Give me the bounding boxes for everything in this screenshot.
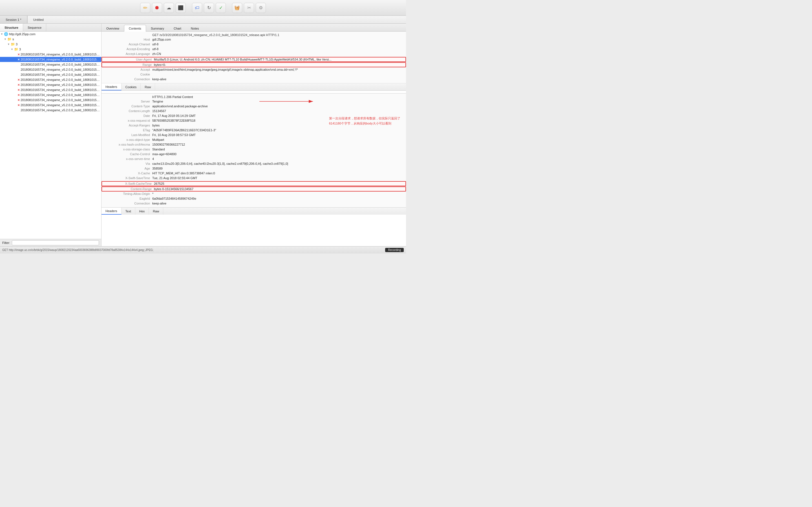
via-val: cache13.l2nu20-3[0,206-0,H], cache40.l2n…: [152, 162, 406, 165]
tools-button[interactable]: ✂: [244, 3, 254, 13]
tree-view[interactable]: ▼ 🌐 http://gdl.25pp.com ▼ 📁 s ▼ 📁 3 ▼ 📁 …: [0, 32, 101, 239]
list-item[interactable]: ✕ 20180810165734_ninegame_v5.2.0.0_build…: [0, 77, 101, 82]
tab-summary[interactable]: Summary: [146, 25, 169, 32]
sub-tab-headers-resp[interactable]: Headers: [101, 208, 121, 215]
tree-item-label: 20180810165734_ninegame_v5.2.0.0_build_1…: [20, 108, 101, 112]
x-oss-server-time-key: x-oss-server-time: [101, 157, 152, 161]
basket-button[interactable]: 🧺: [232, 3, 242, 13]
last-modified-val: Fri, 10 Aug 2018 08:57:53 GMT: [152, 133, 406, 136]
accept-val: multipart/mixed,text/html,image/png,imag…: [152, 68, 406, 71]
recording-button[interactable]: Recording: [385, 248, 404, 252]
eagleid-val: 6a0fda9715348414589674249e: [152, 197, 406, 200]
sub-tab-text[interactable]: Text: [121, 208, 135, 215]
x-swift-savetime-key: X-Swift-SaveTime: [101, 176, 152, 180]
toolbar: ✏ ⏺ ☁ ⬛ 🏷 ↻ ✓ 🧺 ✂ ⚙: [0, 0, 406, 16]
tree-item-label: 20180810165734_ninegame_v5.2.0.0_build_1…: [20, 68, 101, 71]
accept-ranges-key: Accept-Ranges: [101, 124, 152, 127]
accept-key: Accept: [101, 68, 152, 71]
list-item[interactable]: ✕ 20180810165734_ninegame_v5.2.0.0_build…: [0, 82, 101, 87]
error-icon: ✕: [17, 83, 20, 87]
stop-button[interactable]: ⬛: [175, 3, 186, 13]
connection-val-req: keep-alive: [152, 77, 406, 81]
accept-charset-key: Accept-Charset: [101, 43, 152, 46]
list-item[interactable]: ✕ 20180810165734_ninegame_v5.2.0.0_build…: [0, 98, 101, 103]
tree-item-label: 20180810165734_ninegame_v5.2.0.0_build_1…: [20, 73, 101, 76]
arrow-icon: ▼: [1, 33, 4, 36]
tab-overview[interactable]: Overview: [101, 25, 124, 32]
sub-tab-hex[interactable]: Hex: [135, 208, 149, 215]
tree-item-3-1[interactable]: ▼ 📁 3: [0, 42, 101, 47]
sub-tab-raw-req[interactable]: Raw: [141, 83, 155, 91]
tree-item-s[interactable]: ▼ 📁 s: [0, 37, 101, 42]
x-cache-val: HIT TCP_MEM_HIT dirn:0:385738847 mlen:0: [152, 172, 406, 175]
tree-item-root[interactable]: ▼ 🌐 http://gdl.25pp.com: [0, 32, 101, 37]
sub-tab-headers-req[interactable]: Headers: [101, 83, 121, 91]
folder-icon: 📁: [11, 42, 15, 46]
x-oss-object-type-key: x-oss-object-type: [101, 138, 152, 142]
arrow-icon: ▼: [7, 43, 11, 46]
pencil-tool-button[interactable]: ✏: [140, 3, 150, 13]
x-oss-server-time-val: 4: [152, 157, 406, 161]
tag-button[interactable]: 🏷: [192, 3, 202, 13]
session-tab-label: Session 1 *: [6, 18, 21, 21]
main-layout: Structure Sequence ▼ 🌐 http://gdl.25pp.c…: [0, 24, 406, 246]
range-key: Range: [103, 63, 154, 66]
refresh-button[interactable]: ↻: [204, 3, 214, 13]
list-item[interactable]: 20180810165734_ninegame_v5.2.0.0_build_1…: [0, 72, 101, 77]
list-item[interactable]: ✕ 20180810165734_ninegame_v5.2.0.0_build…: [0, 87, 101, 93]
tab-structure[interactable]: Structure: [0, 24, 23, 31]
filter-bar: Filter:: [0, 239, 101, 246]
connection-key-req: Connection: [101, 77, 152, 81]
timing-allow-origin-key: Timing-Allow-Origin: [101, 192, 152, 195]
tree-item-label: 20180810165734_ninegame_v5.2.0.0_build_1…: [20, 78, 101, 81]
record-button[interactable]: ⏺: [152, 3, 162, 13]
gear-button[interactable]: ⚙: [256, 3, 266, 13]
request-section: GET /s/3/3/20180810165734_ninegame_v5.2.…: [101, 32, 406, 94]
list-item[interactable]: ✕ 20180810165734_ninegame_v5.2.0.0_build…: [0, 93, 101, 98]
tree-item-label: 20180810165734_ninegame_v5.2.0.0_build_1…: [20, 88, 101, 92]
tree-item-label: 3: [19, 48, 21, 51]
list-item[interactable]: ✕ 20180810165734_ninegame_v5.2.0.0_build…: [0, 52, 101, 57]
accept-ranges-val: bytes: [152, 124, 406, 127]
server-key: Server: [101, 100, 152, 103]
right-panel: Overview Contents Summary Chart Notes GE…: [101, 24, 406, 246]
cloud-button[interactable]: ☁: [164, 3, 174, 13]
user-agent-key: User-Agent: [103, 58, 154, 61]
list-item[interactable]: ✕ 20180810165734_ninegame_v5.2.0.0_build…: [0, 103, 101, 108]
status-get-url: GET http://image.uc.cn/o/brbk/g/2015/wau…: [2, 248, 153, 251]
via-key: Via: [101, 162, 152, 165]
list-item[interactable]: 20180810165734_ninegame_v5.2.0.0_build_1…: [0, 62, 101, 67]
tree-item-label: 20180810165734_ninegame_v5.2.0.0_build_1…: [20, 98, 101, 102]
content-length-val: 15134567: [152, 109, 406, 113]
response-headers-area: HTTP/1.1 206 Partial Content Server Teng…: [101, 94, 406, 207]
filter-input[interactable]: [12, 240, 99, 245]
sub-tab-cookies[interactable]: Cookies: [121, 83, 141, 91]
error-icon: ✕: [17, 53, 20, 56]
sub-tab-raw-resp[interactable]: Raw: [149, 208, 163, 215]
tab-chart[interactable]: Chart: [169, 25, 186, 32]
status-bar: GET http://image.uc.cn/o/brbk/g/2015/wau…: [0, 246, 406, 253]
tab-sequence[interactable]: Sequence: [23, 24, 47, 31]
tab-notes[interactable]: Notes: [186, 25, 204, 32]
tree-item-3-2[interactable]: ▼ 📁 3: [0, 47, 101, 52]
tree-item-label: s: [12, 38, 14, 41]
accept-encoding-key: Accept-Encoding: [101, 47, 152, 51]
session-tab[interactable]: Session 1 *: [0, 16, 28, 23]
content-range-val: bytes 0-15134566/15134567: [154, 187, 404, 191]
list-item-selected[interactable]: ✕ 20180810165734_ninegame_v5.2.0.0_build…: [0, 57, 101, 62]
check-button[interactable]: ✓: [216, 3, 226, 13]
untitled-tab[interactable]: Untitled: [28, 16, 406, 23]
list-item[interactable]: 20180810165734_ninegame_v5.2.0.0_build_1…: [0, 67, 101, 72]
server-val: Tengine: [152, 100, 406, 103]
accept-charset-val: utf-8: [152, 43, 406, 46]
tab-contents[interactable]: Contents: [124, 25, 146, 32]
age-val: 358589: [152, 167, 406, 170]
error-icon: ✕: [17, 99, 20, 102]
x-swift-cachetime-key: X-Swift-CacheTime: [103, 182, 154, 185]
tree-item-label: 20180810165734_ninegame_v5.2.0.0_build_1…: [20, 58, 101, 61]
error-icon: ✕: [17, 78, 20, 81]
list-item[interactable]: 20180810165734_ninegame_v5.2.0.0_build_1…: [0, 108, 101, 113]
tree-item-label: http://gdl.25pp.com: [9, 33, 36, 36]
tree-item-label: 20180810165734_ninegame_v5.2.0.0_build_1…: [20, 83, 101, 87]
x-cache-key: X-Cache: [101, 172, 152, 175]
